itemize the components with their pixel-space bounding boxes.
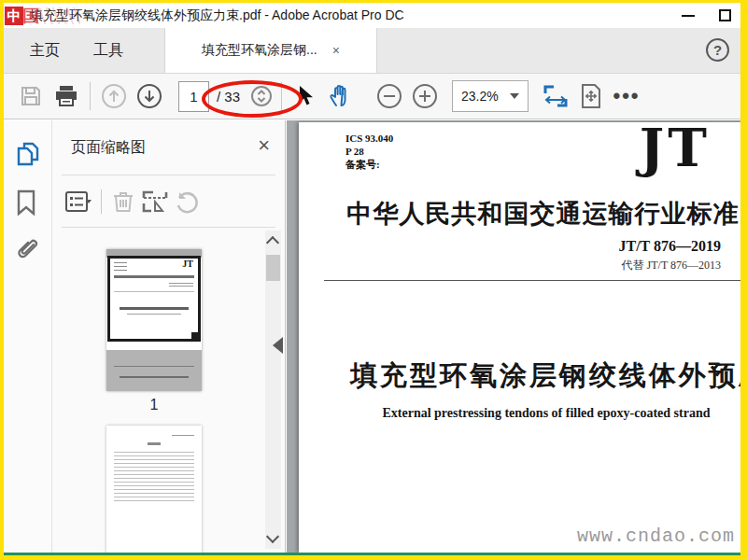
page-thumbnails-pane-button[interactable] xyxy=(15,141,41,167)
zoom-level-dropdown[interactable]: 23.2% xyxy=(452,80,529,112)
delete-pages-button[interactable] xyxy=(107,186,139,217)
page-thumbnails-panel: 页面缩略图 × xyxy=(52,120,286,553)
standard-number-block: JT/T 876—2019 代替 JT/T 876—2013 xyxy=(619,238,722,273)
panel-header: 页面缩略图 × xyxy=(52,120,285,175)
select-tool-button[interactable] xyxy=(288,78,323,114)
window-title: 填充型环氧涂层钢绞线体外预应力束.pdf - Adobe Acrobat Pro… xyxy=(30,7,404,24)
minimize-icon[interactable] xyxy=(682,15,695,17)
thumbnail-page-1[interactable]: JT xyxy=(106,249,202,391)
page-spinner[interactable] xyxy=(247,78,275,114)
attachments-pane-button[interactable] xyxy=(15,238,41,264)
previous-page-button[interactable] xyxy=(96,78,132,114)
tab-home[interactable]: 主页 xyxy=(13,28,77,73)
document-title-cn: 填充型环氧涂层钢绞线体外预应力束 xyxy=(350,357,740,395)
options-list-icon xyxy=(65,190,93,213)
arrow-down-icon xyxy=(136,83,162,109)
fit-width-button[interactable] xyxy=(538,78,573,114)
acrobat-window: 中 国 填充型环氧涂层钢绞线体外预应力束.pdf - Adobe Acrobat… xyxy=(4,3,740,555)
screenshot-frame: 中 国 填充型环氧涂层钢绞线体外预应力束.pdf - Adobe Acrobat… xyxy=(0,0,747,560)
extract-pages-button[interactable] xyxy=(139,186,171,217)
save-button[interactable] xyxy=(13,78,49,114)
pageview-resize-handle[interactable] xyxy=(191,332,200,341)
main-toolbar: / 33 xyxy=(4,73,740,119)
standard-number: JT/T 876—2019 xyxy=(619,238,722,255)
print-icon xyxy=(54,85,78,107)
rotate-counterclockwise-icon xyxy=(175,189,199,214)
page-count-label: / 33 xyxy=(217,89,240,105)
ellipsis-icon: ••• xyxy=(613,91,640,101)
tab-document[interactable]: 填充型环氧涂层钢... × xyxy=(164,28,377,73)
thumbnail-scrollbar[interactable] xyxy=(265,231,281,549)
print-button[interactable] xyxy=(49,78,84,114)
tab-close-icon[interactable]: × xyxy=(332,43,340,58)
thumbnail-1-label: 1 xyxy=(106,397,202,413)
panel-toolbar-separator xyxy=(101,189,102,214)
fit-page-button[interactable] xyxy=(573,78,609,114)
panel-close-icon[interactable]: × xyxy=(258,136,270,155)
thumb2-toc-title xyxy=(148,442,161,445)
jt-logo: JT xyxy=(640,120,711,178)
panel-collapse-icon[interactable] xyxy=(273,337,283,354)
page-number-input[interactable] xyxy=(178,81,209,112)
title-bar: 中 国 填充型环氧涂层钢绞线体外预应力束.pdf - Adobe Acrobat… xyxy=(4,3,740,28)
save-icon xyxy=(20,85,42,107)
trash-icon xyxy=(113,190,134,213)
zoom-out-icon xyxy=(376,83,402,109)
window-controls xyxy=(682,3,731,28)
watermark-faint-strokes xyxy=(37,7,80,24)
panel-title: 页面缩略图 xyxy=(71,138,146,158)
thumb1-footer-band xyxy=(106,350,202,391)
arrow-up-icon xyxy=(101,83,127,109)
site-logo-watermark: 中 国 xyxy=(5,5,80,27)
help-icon[interactable]: ? xyxy=(706,38,729,62)
navigation-pane-strip xyxy=(4,120,52,553)
panel-divider xyxy=(62,227,275,228)
spinner-icon xyxy=(250,85,273,107)
body-area: 页面缩略图 × xyxy=(4,120,740,553)
tab-tools[interactable]: 工具 xyxy=(77,28,140,73)
scroll-up-icon[interactable] xyxy=(266,236,279,249)
bookmark-icon xyxy=(15,189,37,216)
more-tools-button[interactable]: ••• xyxy=(609,78,644,114)
thumb2-header-line xyxy=(172,435,194,436)
document-title-en: External prestressing tendons of filled … xyxy=(350,406,740,421)
thumb1-footer-line xyxy=(120,376,189,378)
thumb2-toc-lines xyxy=(114,452,194,504)
thumb1-pageview-box[interactable] xyxy=(107,256,201,342)
zoom-in-icon xyxy=(412,83,438,109)
thumb1-footer-line xyxy=(114,366,194,367)
extract-pages-icon xyxy=(142,190,168,213)
panel-toolbar xyxy=(52,175,285,227)
pdf-page-1[interactable]: ICS 93.040 P 28 备案号: JT 中华人民共和国交通运输行业标准 … xyxy=(299,122,740,553)
bottom-green-line xyxy=(4,553,740,555)
chevron-down-icon xyxy=(510,93,519,99)
zoom-in-button[interactable] xyxy=(407,78,443,114)
standard-header: 中华人民共和国交通运输行业标准 xyxy=(344,197,740,231)
next-page-button[interactable] xyxy=(132,78,167,114)
cursor-arrow-icon xyxy=(296,85,315,107)
site-watermark: www.cndao.com xyxy=(577,525,735,547)
hand-tool-button[interactable] xyxy=(323,78,359,114)
fit-width-icon xyxy=(543,84,569,108)
replaced-standard: 代替 JT/T 876—2013 xyxy=(619,258,722,273)
tab-bar: 主页 工具 填充型环氧涂层钢... × ? xyxy=(4,28,740,73)
document-canvas: ICS 93.040 P 28 备案号: JT 中华人民共和国交通运输行业标准 … xyxy=(287,120,740,553)
scroll-down-icon[interactable] xyxy=(266,530,279,543)
zoom-level-value: 23.2% xyxy=(461,89,499,104)
thumbnail-page-2[interactable] xyxy=(106,426,202,555)
header-rule xyxy=(324,280,740,281)
page-thumbnails-icon xyxy=(15,141,41,167)
thumbnail-options-button[interactable] xyxy=(63,186,95,217)
fit-page-icon xyxy=(580,84,602,108)
hand-tool-icon xyxy=(329,84,353,108)
maximize-icon[interactable] xyxy=(719,9,731,21)
toolbar-separator xyxy=(90,82,91,110)
watermark-square: 中 xyxy=(5,7,23,25)
scrollbar-thumb[interactable] xyxy=(266,255,280,281)
ics-classification: ICS 93.040 P 28 备案号: xyxy=(345,132,393,171)
zoom-out-button[interactable] xyxy=(372,78,407,114)
paperclip-icon xyxy=(15,238,41,264)
tab-document-label: 填充型环氧涂层钢... xyxy=(202,42,317,59)
bookmarks-pane-button[interactable] xyxy=(15,189,41,216)
rotate-pages-button[interactable] xyxy=(171,186,203,217)
